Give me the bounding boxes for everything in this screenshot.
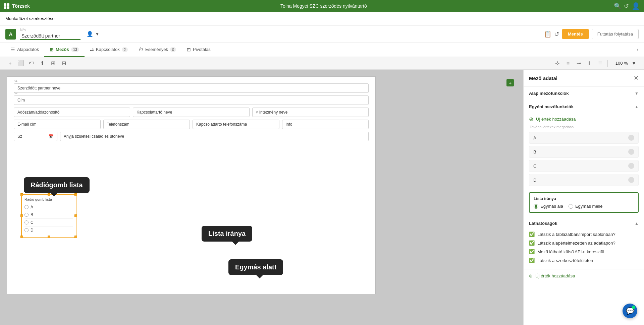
align-right-btn[interactable]: ⊸: [574, 59, 583, 68]
check-icon-1: ✅: [529, 232, 535, 237]
handle-bm[interactable]: [48, 236, 50, 238]
bottom-add-icon: ⊕: [529, 273, 533, 278]
remove-b-btn[interactable]: –: [628, 149, 634, 155]
panel-header: Mező adatai ✕: [524, 70, 644, 87]
tab-mezok-label: Mezők: [56, 47, 69, 52]
align2-btn[interactable]: ≣: [595, 59, 605, 68]
name-input[interactable]: [20, 32, 80, 40]
align-center-btn[interactable]: ≡: [563, 59, 573, 68]
checkbox-adatlap[interactable]: ✅ Látszik alapértelmezetten az adatlapon…: [529, 239, 639, 247]
add-value-row[interactable]: ⊕ Új érték hozzáadása: [529, 113, 639, 125]
field-adoszam[interactable]: Adószám/adóazonosító: [14, 108, 130, 117]
tooltip-egymas-alatt: Egymás alatt: [228, 259, 283, 275]
kapcsolatok-icon: ⇄: [90, 47, 94, 52]
app-grid-icon[interactable]: [4, 3, 9, 9]
option-egymas-melle[interactable]: Egymás mellé: [569, 204, 603, 209]
zoom-value: 100: [610, 61, 623, 66]
value-item-d[interactable]: D –: [529, 174, 639, 186]
remove-c-btn[interactable]: –: [628, 163, 634, 169]
tab-alapadatok[interactable]: ☰ Alapadatok: [5, 43, 44, 57]
section-lathatosag-header[interactable]: Láthatóságok ▲: [524, 217, 644, 230]
tab-esemenyek[interactable]: ⏱ Események 0: [133, 43, 181, 57]
value-item-a[interactable]: A –: [529, 132, 639, 144]
col-btn[interactable]: ⦀: [585, 59, 594, 68]
option-egymas-ala[interactable]: Egymás alá: [534, 204, 563, 209]
field-sz[interactable]: Sz 📅: [14, 132, 57, 141]
section-egyeni-header[interactable]: Egyéni mezőfunkciók ▲: [524, 100, 644, 113]
handle-tr[interactable]: [74, 193, 77, 196]
person-icon[interactable]: 👤: [87, 31, 93, 37]
tab-more[interactable]: ›: [637, 46, 639, 53]
mezok-badge: 13: [71, 47, 79, 52]
radio-item-b[interactable]: B: [24, 211, 73, 219]
handle-tl[interactable]: [20, 193, 23, 196]
toolbar: + ⬜ 🏷 ℹ ⊞ ⊟ ⊹ ≡ ⊸ ⦀ ≣ 100 % ▾: [0, 57, 644, 70]
check-icon-3: ✅: [529, 249, 535, 254]
field-row-5: Sz 📅 Anyja születési család és utóneve: [14, 132, 369, 141]
lista-iranya-label: Lista iránya: [534, 196, 634, 201]
field-email[interactable]: E-mail cím: [14, 120, 101, 129]
section-lathatosag-chevron: ▲: [635, 221, 639, 226]
avatar-icon[interactable]: 👤: [632, 2, 640, 10]
chevron-down-icon[interactable]: ▼: [95, 32, 99, 37]
radio-circle-d: [24, 228, 29, 232]
refresh-icon[interactable]: ↺: [624, 2, 629, 10]
field-row-4: E-mail cím Telefonszám Kapcsolattartó te…: [14, 120, 369, 129]
search-icon[interactable]: 🔍: [614, 2, 621, 10]
tab-pivotalas[interactable]: ⊡ Pivotálás: [181, 43, 216, 57]
radio-dot-selected: [534, 204, 538, 209]
checkbox-tablazat[interactable]: ✅ Látszik a táblázatban/import sablonban…: [529, 230, 639, 239]
radio-dot-unselected: [569, 204, 573, 209]
align-left-btn[interactable]: ⊹: [552, 59, 562, 68]
field-kapcsolattarto-neve[interactable]: Kapcsolattartó neve: [133, 108, 249, 117]
pivotalas-icon: ⊡: [187, 47, 191, 52]
remove-d-btn[interactable]: –: [628, 177, 634, 183]
radio-item-d[interactable]: D: [24, 226, 73, 234]
field-cim[interactable]: Cím: [14, 95, 369, 105]
field-info[interactable]: Info: [282, 120, 369, 129]
app-name[interactable]: Törzsek: [12, 3, 30, 9]
tag-btn[interactable]: 🏷: [27, 59, 36, 68]
add-btn[interactable]: +: [5, 59, 15, 68]
chat-bubble[interactable]: 💬: [623, 304, 637, 318]
table-btn[interactable]: ⊞: [48, 59, 58, 68]
panel-close-button[interactable]: ✕: [634, 74, 639, 82]
section-alap-header[interactable]: Alap mezőfunkciók ▼: [524, 87, 644, 100]
handle-br[interactable]: [74, 236, 77, 238]
kapcsolatok-badge: 2: [122, 47, 128, 52]
run-button[interactable]: Futtatás folytatása: [592, 29, 639, 39]
check-icon-4: ✅: [529, 258, 535, 263]
radio-item-c[interactable]: C: [24, 219, 73, 226]
grid-btn[interactable]: ⊟: [59, 59, 68, 68]
field-telefonszam[interactable]: Telefonszám: [103, 120, 190, 129]
field-szerzodott-partner[interactable]: Szerződött partner neve: [14, 83, 369, 93]
field-row-3: Adószám/adóazonosító Kapcsolattartó neve…: [14, 108, 369, 117]
radio-widget[interactable]: Rádió gomb lista A B C: [21, 194, 76, 238]
bottom-add[interactable]: ⊕ Új érték hozzáadása: [524, 269, 644, 282]
info-btn[interactable]: ℹ: [38, 59, 47, 68]
field-anyja-neve[interactable]: Anyja születési család és utóneve: [60, 132, 369, 141]
add-section-btn[interactable]: +: [506, 79, 514, 86]
tab-kapcsolatok[interactable]: ⇄ Kapcsolatok 2: [85, 43, 133, 57]
refresh2-icon[interactable]: ↺: [554, 30, 559, 38]
handle-bl[interactable]: [20, 236, 23, 238]
handle-tm[interactable]: [48, 193, 50, 196]
field-intezmeny-neve[interactable]: # Intézmény neve: [252, 108, 369, 117]
value-item-c[interactable]: C –: [529, 160, 639, 172]
checkbox-szerkeszto[interactable]: ✅ Látszik a szerkesztőfelületen: [529, 256, 639, 265]
name-bar-icons: 👤 ▼: [87, 31, 99, 37]
checkbox-api[interactable]: ✅ Mező látható külső API-n keresztül: [529, 247, 639, 256]
field-kap-telefonszam[interactable]: Kapcsolattartó telefonszáma: [193, 120, 279, 129]
radio-circle-c: [24, 220, 29, 224]
handle-ml[interactable]: [20, 214, 23, 217]
right-panel: Mező adatai ✕ Alap mezőfunkciók ▼ Egyéni…: [523, 70, 644, 325]
tab-mezok[interactable]: ⊞ Mezők 13: [44, 43, 85, 57]
clipboard-icon[interactable]: 📋: [544, 30, 551, 38]
zoom-dropdown-btn[interactable]: ▾: [629, 59, 639, 68]
remove-a-btn[interactable]: –: [628, 135, 634, 141]
save-button[interactable]: Mentés: [562, 29, 589, 39]
value-item-b[interactable]: B –: [529, 146, 639, 158]
radio-item-a[interactable]: A: [24, 203, 73, 211]
square-btn[interactable]: ⬜: [16, 59, 25, 68]
handle-mr[interactable]: [74, 214, 77, 217]
